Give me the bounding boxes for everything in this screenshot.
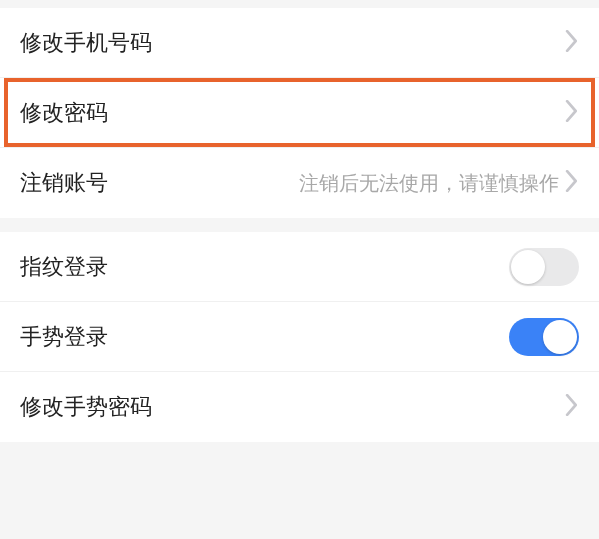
change-phone-item[interactable]: 修改手机号码	[0, 8, 599, 78]
item-label: 修改手势密码	[20, 392, 152, 422]
section-divider	[0, 442, 599, 456]
account-section: 修改手机号码 修改密码 注销账号 注销后无法使用，请谨慎操作	[0, 8, 599, 218]
delete-account-item[interactable]: 注销账号 注销后无法使用，请谨慎操作	[0, 148, 599, 218]
fingerprint-login-item: 指纹登录	[0, 232, 599, 302]
item-hint: 注销后无法使用，请谨慎操作	[299, 170, 559, 197]
change-password-item[interactable]: 修改密码	[0, 78, 599, 148]
item-right: 注销后无法使用，请谨慎操作	[299, 170, 579, 197]
toggle-knob	[543, 320, 577, 354]
item-label: 修改手机号码	[20, 28, 152, 58]
chevron-right-icon	[565, 394, 579, 420]
item-right	[565, 30, 579, 56]
change-gesture-password-item[interactable]: 修改手势密码	[0, 372, 599, 442]
gesture-login-item: 手势登录	[0, 302, 599, 372]
item-label: 修改密码	[20, 98, 108, 128]
item-label: 注销账号	[20, 168, 108, 198]
section-divider	[0, 218, 599, 232]
chevron-right-icon	[565, 30, 579, 56]
item-label: 手势登录	[20, 322, 108, 352]
item-label: 指纹登录	[20, 252, 108, 282]
gesture-toggle[interactable]	[509, 318, 579, 356]
login-section: 指纹登录 手势登录 修改手势密码	[0, 232, 599, 442]
fingerprint-toggle[interactable]	[509, 248, 579, 286]
item-right	[565, 100, 579, 126]
chevron-right-icon	[565, 170, 579, 196]
chevron-right-icon	[565, 100, 579, 126]
item-right	[565, 394, 579, 420]
toggle-knob	[511, 250, 545, 284]
